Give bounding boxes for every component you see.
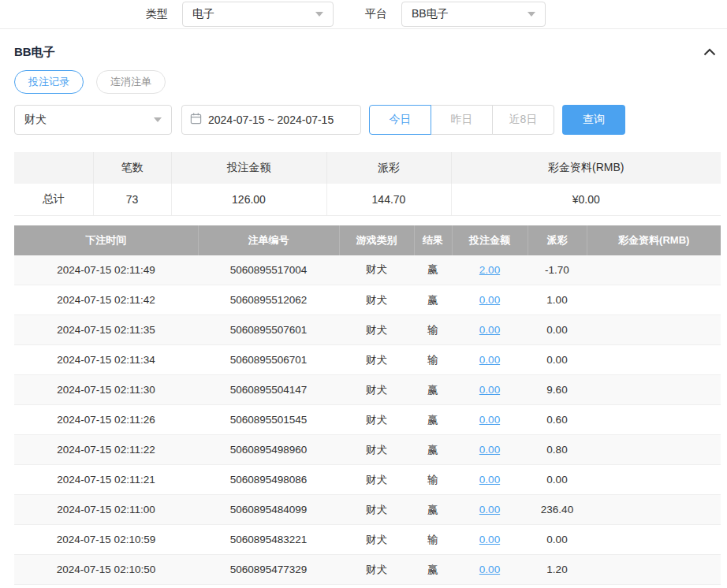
bet-amount-link[interactable]: 0.00 xyxy=(479,444,500,456)
game-category: 财犬 xyxy=(339,555,414,585)
bet-amount-cell: 2.00 xyxy=(452,255,528,285)
order-number: 5060895483221 xyxy=(198,525,339,555)
record-tabs: 投注记录 连消注单 xyxy=(14,70,721,94)
game-select-value: 财犬 xyxy=(24,113,47,127)
table-row: 2024-07-15 02:11:00 5060895484099 财犬 赢 0… xyxy=(14,495,721,525)
game-category: 财犬 xyxy=(339,285,414,315)
bet-result: 赢 xyxy=(414,435,452,465)
tab-cancelled-orders[interactable]: 连消注单 xyxy=(96,70,166,94)
payout-value: -1.70 xyxy=(528,255,587,285)
order-number: 5060895512062 xyxy=(198,285,339,315)
bet-amount-cell: 0.00 xyxy=(452,555,528,585)
bonus-value xyxy=(587,285,721,315)
bet-amount-link[interactable]: 0.00 xyxy=(479,384,500,396)
bet-amount-cell: 0.00 xyxy=(452,495,528,525)
bonus-value xyxy=(587,435,721,465)
search-button[interactable]: 查询 xyxy=(562,105,625,135)
bet-table-body: 2024-07-15 02:11:49 5060895517004 财犬 赢 2… xyxy=(14,255,721,585)
bet-amount-link[interactable]: 0.00 xyxy=(479,504,500,515)
filter-row: 财犬 2024-07-15 ~ 2024-07-15 今日 昨日 近8日 查询 xyxy=(14,105,721,135)
game-category: 财犬 xyxy=(339,255,414,285)
bet-time: 2024-07-15 02:11:35 xyxy=(14,315,198,345)
chevron-down-icon xyxy=(315,12,323,17)
platform-label: 平台 xyxy=(365,7,387,21)
payout-value: 1.00 xyxy=(528,285,587,315)
game-category: 财犬 xyxy=(339,495,414,525)
game-category: 财犬 xyxy=(339,345,414,375)
bet-amount-link[interactable]: 0.00 xyxy=(479,564,500,575)
bet-time: 2024-07-15 02:11:49 xyxy=(14,255,198,285)
bonus-value xyxy=(587,525,721,555)
platform-field: 平台 BB电子 xyxy=(365,2,546,27)
summary-header-bonus: 彩金资料(RMB) xyxy=(451,152,721,184)
section-title: BB电子 xyxy=(14,45,55,60)
tab-bet-records[interactable]: 投注记录 xyxy=(14,70,84,94)
chevron-down-icon xyxy=(154,117,162,122)
header-bonus: 彩金资料(RMB) xyxy=(587,225,721,255)
summary-header-row: 笔数 投注金额 派彩 彩金资料(RMB) xyxy=(14,152,721,184)
bet-amount-cell: 0.00 xyxy=(452,375,528,405)
bet-amount-link[interactable]: 0.00 xyxy=(479,534,500,545)
collapse-section-button[interactable] xyxy=(699,45,721,59)
bet-table: 下注时间 注单编号 游戏类别 结果 投注金额 派彩 彩金资料(RMB) 2024… xyxy=(14,225,721,586)
payout-value: 9.60 xyxy=(528,375,587,405)
order-number: 5060895517004 xyxy=(198,255,339,285)
payout-value: 0.00 xyxy=(528,345,587,375)
bonus-value xyxy=(587,255,721,285)
order-number: 5060895504147 xyxy=(198,375,339,405)
bet-amount-link[interactable]: 0.00 xyxy=(479,474,500,486)
table-row: 2024-07-15 02:10:59 5060895483221 财犬 输 0… xyxy=(14,525,721,555)
bet-amount-cell: 0.00 xyxy=(452,435,528,465)
order-number: 5060895501545 xyxy=(198,405,339,435)
payout-value: 0.00 xyxy=(528,465,587,495)
bonus-value xyxy=(587,375,721,405)
header-result: 结果 xyxy=(414,225,452,255)
bonus-value xyxy=(587,345,721,375)
payout-value: 1.20 xyxy=(528,555,587,585)
date-range-picker[interactable]: 2024-07-15 ~ 2024-07-15 xyxy=(181,105,361,135)
bet-time: 2024-07-15 02:11:26 xyxy=(14,405,198,435)
summary-count: 73 xyxy=(93,184,171,215)
header-order-number: 注单编号 xyxy=(198,225,339,255)
table-row: 2024-07-15 02:11:34 5060895506701 财犬 输 0… xyxy=(14,345,721,375)
table-row: 2024-07-15 02:11:42 5060895512062 财犬 赢 0… xyxy=(14,285,721,315)
order-number: 5060895477329 xyxy=(198,555,339,585)
bet-amount-link[interactable]: 2.00 xyxy=(479,264,500,276)
section-header: BB电子 xyxy=(14,29,721,64)
summary-total-label: 总计 xyxy=(14,184,93,215)
platform-select[interactable]: BB电子 xyxy=(401,2,546,27)
date-range-value: 2024-07-15 ~ 2024-07-15 xyxy=(208,114,334,126)
bet-amount-link[interactable]: 0.00 xyxy=(479,324,500,336)
quick-range-group: 今日 昨日 近8日 xyxy=(369,105,554,135)
bet-amount-link[interactable]: 0.00 xyxy=(479,294,500,306)
bet-amount-link[interactable]: 0.00 xyxy=(479,414,500,426)
header-bet-time: 下注时间 xyxy=(14,225,198,255)
bet-result: 赢 xyxy=(414,255,452,285)
quick-range-last8days[interactable]: 近8日 xyxy=(492,105,554,135)
bet-time: 2024-07-15 02:11:00 xyxy=(14,495,198,525)
bet-result: 输 xyxy=(414,465,452,495)
bet-amount-cell: 0.00 xyxy=(452,345,528,375)
bet-result: 输 xyxy=(414,525,452,555)
summary-bonus: ¥0.00 xyxy=(451,184,721,215)
game-select[interactable]: 财犬 xyxy=(14,105,172,135)
bet-result: 输 xyxy=(414,345,452,375)
bet-result: 赢 xyxy=(414,285,452,315)
bet-time: 2024-07-15 02:11:21 xyxy=(14,465,198,495)
table-row: 2024-07-15 02:10:50 5060895477329 财犬 赢 0… xyxy=(14,555,721,585)
payout-value: 0.80 xyxy=(528,435,587,465)
type-select[interactable]: 电子 xyxy=(182,2,334,27)
header-bet-amount: 投注金额 xyxy=(452,225,528,255)
order-number: 5060895498086 xyxy=(198,465,339,495)
quick-range-today[interactable]: 今日 xyxy=(369,105,431,135)
quick-range-yesterday[interactable]: 昨日 xyxy=(431,105,493,135)
game-category: 财犬 xyxy=(339,375,414,405)
order-number: 5060895498960 xyxy=(198,435,339,465)
top-filter-bar: 类型 电子 平台 BB电子 xyxy=(0,0,727,29)
summary-bet-amount: 126.00 xyxy=(171,184,326,215)
bet-time: 2024-07-15 02:11:22 xyxy=(14,435,198,465)
bonus-value xyxy=(587,555,721,585)
chevron-down-icon xyxy=(528,12,535,17)
bet-amount-link[interactable]: 0.00 xyxy=(479,354,500,366)
order-number: 5060895507601 xyxy=(198,315,339,345)
